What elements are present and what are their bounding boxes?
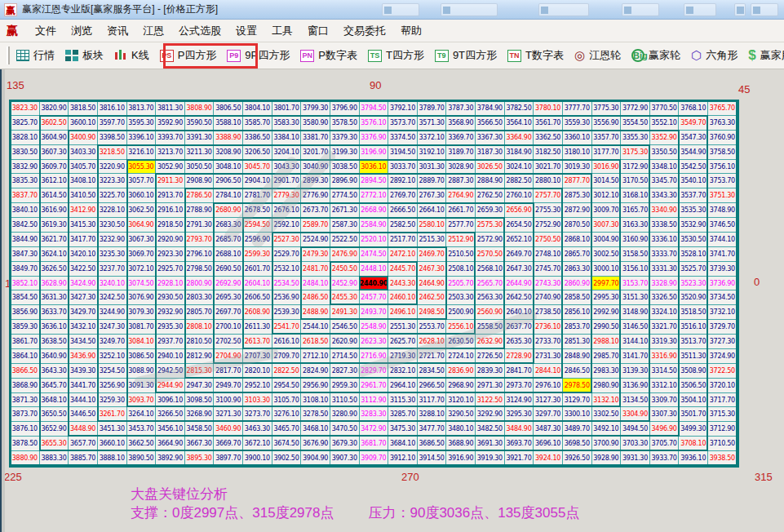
price-cell: 3921.70 [505,451,534,466]
price-cell: 3866.50 [11,364,40,379]
menu-item-8[interactable]: 交易委托 [336,21,393,40]
price-cell: 3194.50 [388,145,418,160]
price-cell: 2908.90 [185,174,215,188]
toolbar-item-六角形[interactable]: ⬡六角形 [691,48,737,63]
price-cell: 3547.30 [679,131,708,145]
center-price-cell: 2440.90 [360,277,389,291]
toolbar-item-江恩轮[interactable]: ◎江恩轮 [574,48,621,63]
price-cell: 2683.30 [214,218,243,233]
menu-item-5[interactable]: 设置 [228,21,264,40]
price-cell: 2661.70 [446,203,476,218]
price-cell: 3576.10 [360,116,389,131]
price-cell: 2899.30 [301,174,330,188]
price-cell: 3417.70 [69,233,98,247]
price-cell: 2599.30 [243,247,272,262]
price-cell: 2484.10 [301,277,330,291]
price-cell: 2856.10 [563,305,592,320]
toolbar-item-K线[interactable]: K线 [114,48,149,63]
toolbar-item-赢家服务[interactable]: $赢家服务 [748,47,784,64]
menu-item-7[interactable]: 窗口 [300,21,336,40]
toolbar-item-板块[interactable]: 板块 [65,48,104,63]
price-cell: 3108.10 [301,393,330,408]
price-cell: 2445.70 [388,262,418,277]
menu-item-2[interactable]: 资讯 [100,21,135,40]
price-cell: 2536.90 [272,290,302,305]
price-cell: 3804.10 [243,101,272,116]
price-cell: 3367.30 [476,131,505,145]
menu-item-0[interactable]: 文件 [28,21,64,40]
toolbar-item-T数字表[interactable]: TNT数字表 [507,48,564,63]
price-cell: 2556.10 [446,320,476,335]
price-cell: 3924.10 [534,451,563,466]
price-cell: 3316.90 [650,349,680,364]
price-cell: 3813.70 [127,101,157,116]
price-cell: 2916.10 [156,203,185,218]
price-cell: 2592.10 [272,218,302,233]
price-cell: 2620.90 [330,335,360,349]
price-cell: 3460.90 [214,422,243,437]
price-cell: 3199.30 [330,145,360,160]
price-cell: 3856.90 [11,305,40,320]
menu-item-3[interactable]: 江恩 [135,21,171,40]
toolbar-item-赢家轮[interactable]: Big赢家轮 [631,48,680,63]
price-cell: 3801.70 [272,101,302,116]
price-cell: 3415.30 [69,218,98,233]
price-cell: 2990.50 [592,320,622,335]
price-cell: 3513.70 [679,335,708,349]
angle-label-0: 0 [754,276,760,288]
price-cell: 3638.50 [40,335,69,349]
price-cell: 2476.90 [330,247,360,262]
toolbar-item-T四方形[interactable]: TST四方形 [368,48,424,63]
price-cell: 2604.10 [243,277,272,291]
toolbar-item-行情[interactable]: 行情 [16,48,55,63]
price-cell: 2565.70 [476,277,505,291]
price-cell: 3883.30 [40,451,69,466]
price-cell: 3590.50 [185,116,215,131]
price-cell: 2791.30 [185,218,215,233]
price-cell: 3772.90 [621,101,650,116]
price-cell: 3398.50 [98,131,127,145]
price-cell: 3408.10 [69,174,98,188]
price-cell: 2541.70 [272,320,302,335]
price-cell: 3278.50 [301,407,330,422]
price-cell: 3504.10 [679,393,708,408]
menu-item-6[interactable]: 工具 [264,21,300,40]
price-cell: 2781.70 [243,188,272,203]
price-cell: 3333.70 [650,247,680,262]
menu-item-9[interactable]: 帮助 [393,21,429,40]
price-cell: 2976.10 [534,379,563,393]
toolbar-grip[interactable] [7,47,10,64]
price-cell: 3220.90 [98,160,127,175]
price-cell: 3784.90 [476,101,505,116]
price-cell: 3115.30 [388,393,418,408]
price-cell: 3672.10 [243,437,272,451]
price-cell: 2925.70 [156,262,185,277]
price-cell: 3244.90 [98,305,127,320]
price-cell: 2920.90 [156,233,185,247]
price-cell: 2952.10 [243,379,272,393]
toolbar-item-9T四方形[interactable]: T99T四方形 [435,48,497,63]
toolbar-item-P四方形[interactable]: PSP四方形 [160,48,217,63]
menu-item-4[interactable]: 公式选股 [171,21,228,40]
price-cell: 3477.70 [418,422,447,437]
price-cell: 3792.10 [388,101,418,116]
price-cell: 2858.50 [563,290,592,305]
price-cell: 3470.50 [330,422,360,437]
price-cell: 3292.90 [476,407,505,422]
price-cell: 3319.30 [650,335,680,349]
toolbar-item-P数字表[interactable]: PNP数字表 [300,48,357,63]
price-cell: 3691.30 [476,437,505,451]
menu-item-1[interactable]: 浏览 [64,21,100,40]
price-cell: 3499.30 [679,422,708,437]
price-cell: 2868.10 [563,233,592,247]
toolbar-item-label: 行情 [33,48,55,63]
price-cell: 3288.10 [418,407,447,422]
price-cell: 2968.90 [446,379,476,393]
toolbar-item-9P四方形[interactable]: P99P四方形 [227,48,290,63]
price-cell: 3451.30 [98,422,127,437]
price-cell: 2930.50 [156,290,185,305]
price-cell: 3580.90 [301,116,330,131]
window-title: 赢家江恩专业版[赢家服务平台] - [价格正方形] [22,2,218,16]
price-cell: 3381.70 [301,131,330,145]
price-cell: 2880.10 [534,174,563,188]
